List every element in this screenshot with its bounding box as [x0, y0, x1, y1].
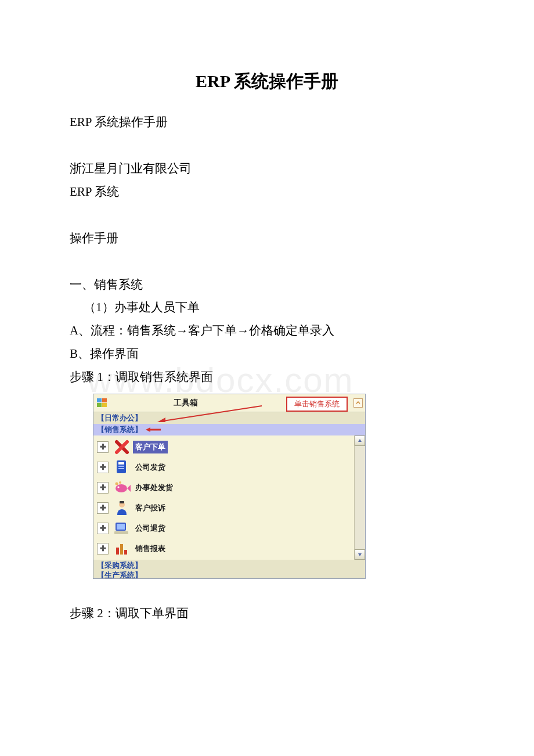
scrollbar[interactable]: [354, 435, 365, 560]
x-red-icon: [113, 438, 131, 456]
svg-rect-5: [118, 462, 124, 465]
svg-rect-7: [118, 468, 124, 469]
expand-icon[interactable]: ✚: [97, 462, 109, 473]
step2-line: 步骤 2：调取下单界面: [70, 602, 464, 625]
svg-point-8: [116, 484, 127, 492]
toolbox-header: 工具箱 单击销售系统: [93, 394, 365, 412]
tree-item-customer-complaint[interactable]: ✚ 客户投诉: [95, 498, 354, 518]
manual-line: 操作手册: [70, 227, 464, 250]
svg-marker-21: [358, 439, 362, 442]
tree-item-label: 客户投诉: [133, 502, 168, 514]
person-icon: [113, 499, 131, 517]
tree-item-sales-report[interactable]: ✚ 销售报表: [95, 538, 354, 559]
svg-marker-3: [146, 427, 150, 432]
tree-item-label: 办事处发货: [133, 481, 175, 494]
subsection-line: （1）办事处人员下单: [70, 296, 464, 319]
collapse-button[interactable]: [353, 398, 363, 408]
section-purchase-system[interactable]: 【采购系统】: [93, 560, 365, 571]
expand-icon[interactable]: ✚: [97, 523, 109, 534]
tree-area: ✚ 客户下单 ✚ 公司发货 ✚: [93, 435, 354, 560]
left-arrow-icon: [146, 424, 161, 436]
tree-item-label: 销售报表: [133, 542, 168, 555]
fish-icon: [113, 479, 131, 496]
tree-item-customer-order[interactable]: ✚ 客户下单: [95, 437, 354, 457]
svg-marker-9: [127, 485, 131, 492]
tree-item-office-ship[interactable]: ✚ 办事处发货: [95, 477, 354, 498]
svg-rect-18: [116, 548, 119, 555]
toolbox-panel: 工具箱 单击销售系统 【日常办公】 【销售系统】: [93, 394, 366, 579]
svg-rect-20: [124, 550, 127, 555]
toolbox-body: ✚ 客户下单 ✚ 公司发货 ✚: [93, 435, 365, 560]
interface-line: B、操作界面: [70, 343, 464, 366]
svg-rect-19: [120, 544, 123, 555]
expand-icon[interactable]: ✚: [97, 502, 109, 514]
section-sales-label: 【销售系统】: [97, 425, 142, 434]
scroll-up-button[interactable]: [355, 435, 365, 446]
computer-icon: [113, 520, 131, 537]
expand-icon[interactable]: ✚: [97, 441, 109, 453]
subtitle-line: ERP 系统操作手册: [70, 111, 464, 134]
svg-rect-17: [114, 531, 128, 534]
svg-point-10: [117, 486, 119, 488]
svg-rect-14: [120, 501, 124, 503]
section-daily-office[interactable]: 【日常办公】: [93, 412, 365, 424]
section-sales-system[interactable]: 【销售系统】: [93, 424, 365, 435]
annotation-callout: 单击销售系统: [286, 397, 348, 412]
section-production-system[interactable]: 【生产系统】: [93, 571, 365, 578]
tree-item-company-ship[interactable]: ✚ 公司发货: [95, 457, 354, 477]
scroll-down-button[interactable]: [355, 549, 365, 560]
tree-item-label: 公司发货: [133, 461, 168, 474]
svg-rect-6: [118, 466, 124, 467]
tree-item-label: 客户下单: [133, 441, 168, 453]
svg-rect-16: [117, 524, 125, 530]
expand-icon[interactable]: ✚: [97, 543, 109, 555]
system-line: ERP 系统: [70, 181, 464, 204]
page-title: ERP 系统操作手册: [70, 70, 464, 93]
svg-point-12: [119, 481, 121, 484]
section-heading: 一、销售系统: [70, 273, 464, 297]
flow-line: A、流程：销售系统→客户下单→价格确定单录入: [70, 319, 464, 343]
bar-chart-icon: [113, 540, 131, 557]
tree-item-label: 公司退货: [133, 522, 168, 535]
svg-point-11: [116, 482, 118, 485]
step1-line: 步骤 1：调取销售系统界面: [70, 366, 464, 389]
company-line: 浙江星月门业有限公司: [70, 157, 464, 181]
tree-item-company-return[interactable]: ✚ 公司退货: [95, 518, 354, 538]
windows-logo-icon: [97, 398, 110, 408]
expand-icon[interactable]: ✚: [97, 482, 109, 494]
svg-marker-22: [358, 553, 362, 556]
book-blue-icon: [113, 459, 131, 476]
toolbox-title: 工具箱: [174, 398, 198, 408]
